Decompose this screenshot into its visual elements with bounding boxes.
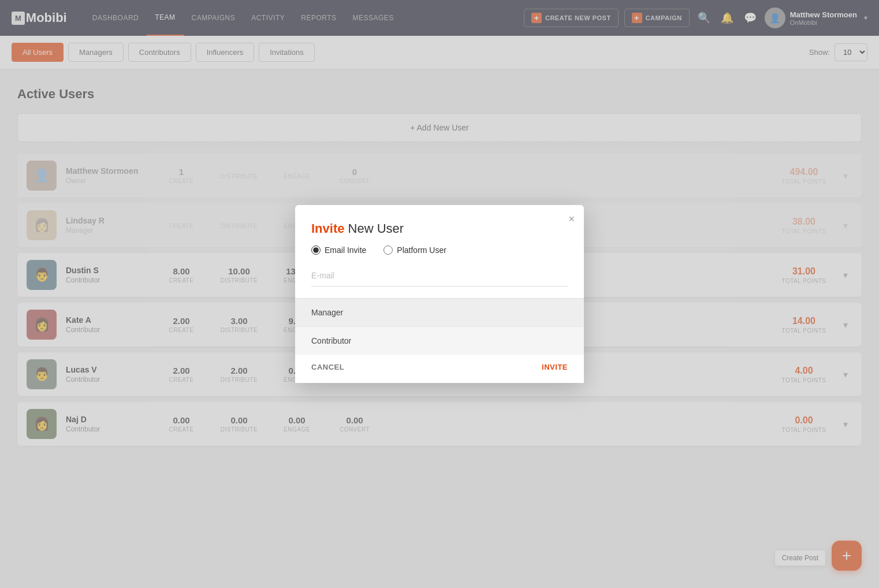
modal-overlay: Invite New User × Email Invite Platform … bbox=[0, 0, 879, 588]
dropdown-item-contributor[interactable]: Contributor bbox=[295, 327, 584, 355]
modal-footer: CANCEL INVITE bbox=[295, 355, 584, 383]
modal-header: Invite New User × bbox=[295, 205, 584, 245]
radio-platform-input[interactable] bbox=[383, 245, 393, 255]
modal-title: Invite New User bbox=[311, 221, 568, 236]
modal-close-button[interactable]: × bbox=[568, 213, 575, 225]
radio-email-label: Email Invite bbox=[325, 245, 366, 255]
modal-title-highlight: Invite bbox=[311, 221, 344, 236]
modal-title-rest: New User bbox=[344, 221, 404, 236]
email-input[interactable] bbox=[311, 265, 568, 286]
invite-modal: Invite New User × Email Invite Platform … bbox=[295, 205, 584, 383]
radio-platform-user[interactable]: Platform User bbox=[383, 245, 446, 255]
modal-body: Email Invite Platform User bbox=[295, 245, 584, 298]
radio-email-invite[interactable]: Email Invite bbox=[311, 245, 366, 255]
radio-email-input[interactable] bbox=[311, 245, 321, 255]
cancel-button[interactable]: CANCEL bbox=[311, 363, 344, 371]
invite-type-radio-group: Email Invite Platform User bbox=[311, 245, 568, 255]
invite-button[interactable]: INVITE bbox=[542, 363, 568, 371]
radio-platform-label: Platform User bbox=[397, 245, 446, 255]
dropdown-item-manager[interactable]: Manager bbox=[295, 299, 584, 327]
role-dropdown-list: Manager Contributor bbox=[295, 298, 584, 355]
